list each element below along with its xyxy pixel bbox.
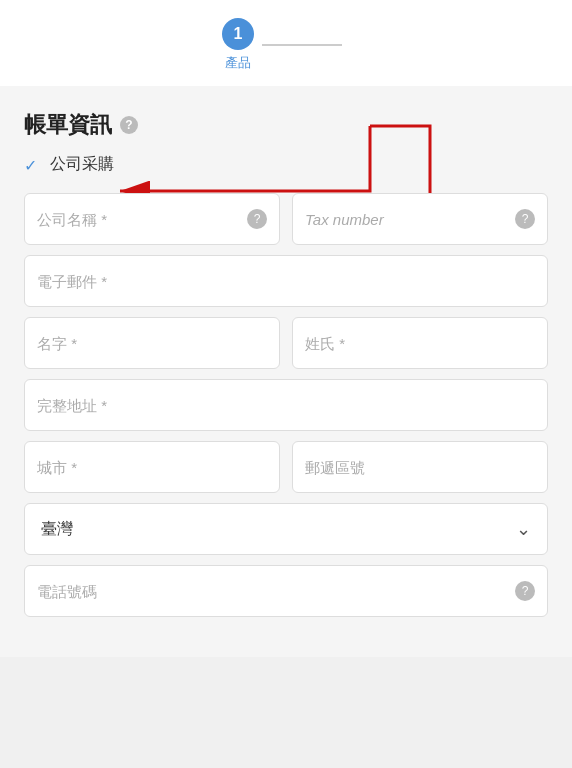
step-line [262, 44, 342, 46]
step-1-label: 產品 [225, 54, 251, 72]
row-company-tax: ? ? [24, 193, 548, 245]
tax-number-input[interactable] [305, 211, 509, 228]
company-purchase-label: 公司采購 [50, 154, 114, 175]
last-name-field[interactable] [292, 317, 548, 369]
company-name-field[interactable]: ? [24, 193, 280, 245]
first-name-input[interactable] [37, 335, 267, 352]
checkbox-icon[interactable]: ✓ [24, 156, 42, 174]
phone-field[interactable]: ? [24, 565, 548, 617]
last-name-input[interactable] [305, 335, 535, 352]
first-name-field[interactable] [24, 317, 280, 369]
row-phone: ? [24, 565, 548, 617]
stepper: 1 產品 [0, 0, 572, 86]
company-name-help-icon[interactable]: ? [247, 209, 267, 229]
email-input[interactable] [37, 273, 535, 290]
postal-input[interactable] [305, 459, 535, 476]
company-purchase-row[interactable]: ✓ 公司采購 [24, 154, 548, 175]
row-city-postal [24, 441, 548, 493]
phone-help-icon[interactable]: ? [515, 581, 535, 601]
address-input[interactable] [37, 397, 535, 414]
company-name-input[interactable] [37, 211, 241, 228]
tax-number-field[interactable]: ? [292, 193, 548, 245]
email-field[interactable] [24, 255, 548, 307]
step-1[interactable]: 1 產品 [222, 18, 254, 72]
row-email [24, 255, 548, 307]
tax-number-help-icon[interactable]: ? [515, 209, 535, 229]
country-select[interactable]: 臺灣 ⌄ [24, 503, 548, 555]
address-field[interactable] [24, 379, 548, 431]
step-1-circle: 1 [222, 18, 254, 50]
phone-input[interactable] [37, 583, 509, 600]
section-title: 帳單資訊 ? [24, 110, 548, 140]
billing-section: 帳單資訊 ? ✓ 公司采購 ? ? [0, 86, 572, 657]
row-name [24, 317, 548, 369]
postal-field[interactable] [292, 441, 548, 493]
country-value: 臺灣 [41, 519, 73, 540]
title-help-icon[interactable]: ? [120, 116, 138, 134]
row-address [24, 379, 548, 431]
city-input[interactable] [37, 459, 267, 476]
chevron-down-icon: ⌄ [516, 518, 531, 540]
city-field[interactable] [24, 441, 280, 493]
